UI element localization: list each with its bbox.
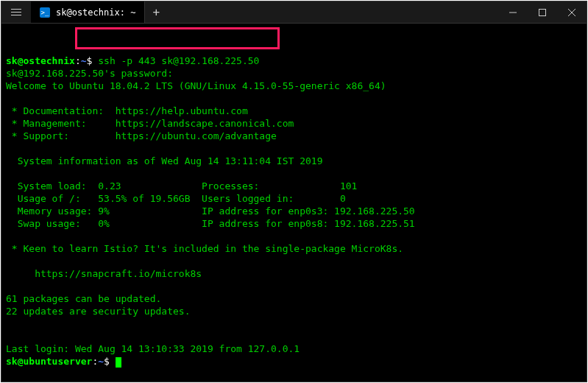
window-controls: [498, 1, 587, 23]
terminal-line: 61 packages can be updated.: [6, 293, 161, 304]
terminal-line: * Documentation: https://help.ubuntu.com: [6, 105, 248, 116]
terminal-line: sk@ubuntuserver:~$: [6, 356, 121, 367]
terminal-window: >_ sk@ostechnix: ~ + sk@ostechnix:~$ ssh…: [1, 1, 587, 382]
titlebar: >_ sk@ostechnix: ~ +: [1, 1, 587, 24]
maximize-button[interactable]: [528, 1, 557, 23]
titlebar-left: >_ sk@ostechnix: ~ +: [1, 1, 167, 23]
prompt-user: sk@ubuntuserver: [6, 356, 92, 367]
svg-rect-1: [539, 9, 546, 15]
new-tab-button[interactable]: +: [145, 1, 167, 23]
powershell-icon: >_: [40, 7, 50, 18]
cursor: [116, 357, 121, 368]
minimize-button[interactable]: [498, 1, 528, 23]
terminal-line: 22 updates are security updates.: [6, 306, 190, 317]
terminal-line: * Support: https://ubuntu.com/advantage: [6, 130, 277, 141]
terminal-line: Swap usage: 0% IP address for enp0s8: 19…: [6, 218, 415, 229]
terminal-line: Memory usage: 9% IP address for enp0s3: …: [6, 205, 415, 217]
terminal-line: * Management: https://landscape.canonica…: [6, 118, 294, 129]
terminal-body[interactable]: sk@ostechnix:~$ ssh -p 443 sk@192.168.22…: [1, 24, 587, 382]
prompt-path: ~: [98, 356, 104, 367]
command-text: ssh -p 443 sk@192.168.225.50: [98, 55, 259, 66]
menu-button[interactable]: [1, 1, 31, 23]
maximize-icon: [539, 9, 546, 16]
terminal-line: https://snapcraft.io/microk8s: [6, 268, 202, 279]
tab-title: sk@ostechnix: ~: [56, 7, 135, 18]
terminal-line: System information as of Wed Aug 14 13:1…: [6, 155, 322, 166]
hamburger-icon: [11, 9, 21, 15]
close-button[interactable]: [557, 1, 587, 23]
prompt-path: ~: [81, 55, 87, 66]
minimize-icon: [509, 9, 517, 16]
close-icon: [568, 9, 575, 16]
terminal-line: Last login: Wed Aug 14 13:10:33 2019 fro…: [6, 343, 300, 354]
terminal-line: sk@ostechnix:~$ ssh -p 443 sk@192.168.22…: [6, 55, 259, 66]
prompt-dollar: $: [104, 356, 116, 367]
terminal-line: System load: 0.23 Processes: 101: [6, 180, 357, 192]
terminal-line: Welcome to Ubuntu 18.04.2 LTS (GNU/Linux…: [6, 80, 386, 91]
prompt-dollar: $: [87, 55, 99, 66]
highlight-box: [75, 27, 280, 49]
tab-active[interactable]: >_ sk@ostechnix: ~: [31, 1, 145, 23]
plus-icon: +: [153, 5, 160, 19]
terminal-line: * Keen to learn Istio? It's included in …: [6, 243, 403, 254]
prompt-user: sk@ostechnix: [6, 55, 75, 66]
prompt-separator: :: [75, 55, 81, 66]
terminal-line: sk@192.168.225.50's password:: [6, 68, 173, 79]
terminal-line: Usage of /: 53.5% of 19.56GB Users logge…: [6, 193, 346, 204]
